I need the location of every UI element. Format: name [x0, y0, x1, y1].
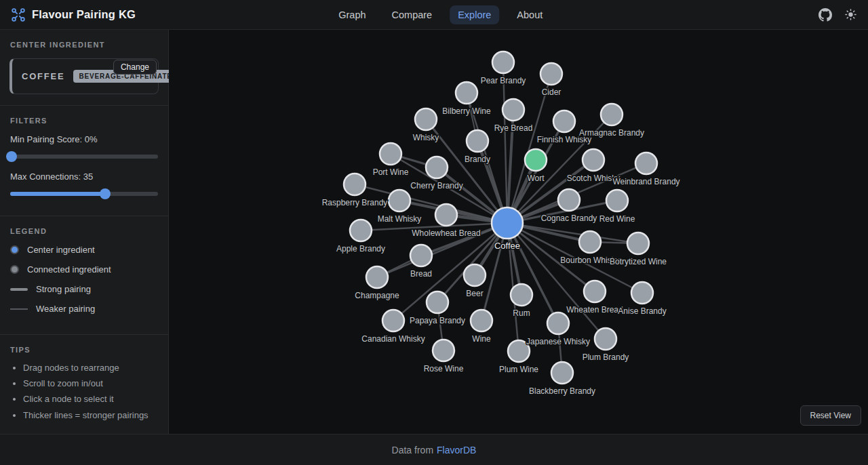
- min-pairing-score-slider[interactable]: [10, 151, 158, 162]
- filters-heading: FILTERS: [10, 117, 159, 125]
- graph-node-port-wine[interactable]: [380, 143, 401, 165]
- max-connections-label: Max Connections: 35: [10, 171, 159, 182]
- graph-node-beer[interactable]: [464, 264, 486, 286]
- change-ingredient-button[interactable]: Change: [113, 60, 157, 75]
- graph-node-brandy[interactable]: [467, 130, 488, 152]
- tip-item: Drag nodes to rearrange: [23, 362, 159, 374]
- graph-node-apple-brandy[interactable]: [350, 220, 372, 241]
- graph-node-label-botrytized-wine: Botrytized Wine: [610, 257, 667, 266]
- graph-node-wholewheat-bread[interactable]: [435, 204, 457, 226]
- graph-node-coffee[interactable]: [492, 207, 523, 239]
- graph-node-label-wine: Wine: [472, 334, 491, 344]
- legend-label: Connected ingredient: [27, 264, 111, 275]
- graph-edge-coffee-pear-brandy: [503, 62, 507, 223]
- center-ingredient-card: COFFEE BEVERAGE-CAFFEINATED Change: [9, 58, 159, 94]
- graph-node-label-japanese-whisky: Japanese Whisky: [526, 337, 590, 346]
- center-ingredient-section: CENTER INGREDIENT COFFEE BEVERAGE-CAFFEI…: [0, 30, 168, 106]
- graph-node-label-wholewheat-bread: Wholewheat Bread: [412, 228, 480, 238]
- graph-node-label-brandy: Brandy: [465, 155, 490, 164]
- max-connections-slider[interactable]: [10, 188, 158, 199]
- graph-node-label-red-wine: Red Wine: [599, 214, 635, 224]
- ingredient-name: COFFEE: [22, 71, 65, 81]
- min-pairing-score-label: Min Pairing Score: 0%: [10, 134, 159, 144]
- graph-node-finnish-whisky[interactable]: [553, 110, 575, 132]
- app-root: Flavour Pairing KG Graph Compare Explore…: [0, 0, 868, 465]
- graph-node-label-cider: Cider: [542, 87, 561, 97]
- nav-item-about[interactable]: About: [509, 5, 551, 24]
- app-logo-graph-icon: [11, 7, 26, 22]
- graph-node-pear-brandy[interactable]: [492, 52, 514, 73]
- connected-ingredient-dot-icon: [10, 265, 19, 274]
- slider-track[interactable]: [10, 155, 158, 159]
- legend-label: Center ingredient: [27, 245, 95, 255]
- graph-node-label-rye-bread: Rye Bread: [494, 123, 533, 133]
- graph-node-label-blackberry-brandy: Blackberry Brandy: [529, 386, 595, 396]
- graph-node-label-papaya-brandy: Papaya Brandy: [410, 316, 465, 325]
- graph-node-cherry-brandy[interactable]: [426, 157, 448, 178]
- graph-node-wheaten-bread[interactable]: [584, 281, 606, 302]
- slider-thumb[interactable]: [6, 151, 17, 162]
- pairing-network-canvas[interactable]: CoffeeWortPear BrandyCiderBilberry WineR…: [169, 30, 868, 434]
- graph-node-wine[interactable]: [471, 310, 492, 331]
- legend-item-connected: Connected ingredient: [10, 264, 158, 275]
- graph-node-label-malt-whisky: Malt Whisky: [378, 214, 422, 224]
- graph-node-plum-brandy[interactable]: [595, 328, 616, 350]
- graph-node-bilberry-wine[interactable]: [456, 82, 477, 104]
- center-ingredient-dot-icon: [10, 245, 19, 254]
- nav-item-compare[interactable]: Compare: [384, 5, 441, 24]
- graph-node-bourbon-whisky[interactable]: [579, 231, 601, 253]
- center-ingredient-heading: CENTER INGREDIENT: [10, 41, 159, 49]
- legend-label: Weaker pairing: [36, 304, 95, 314]
- navbar-actions: [818, 8, 857, 22]
- nav-item-explore[interactable]: Explore: [450, 5, 499, 24]
- graph-node-label-pear-brandy: Pear Brandy: [481, 76, 526, 85]
- tip-item: Scroll to zoom in/out: [23, 378, 159, 390]
- flavordb-link[interactable]: FlavorDB: [437, 445, 476, 456]
- graph-node-label-apple-brandy: Apple Brandy: [336, 244, 385, 254]
- graph-node-label-rum: Rum: [513, 308, 530, 318]
- graph-node-bread[interactable]: [410, 245, 432, 266]
- graph-node-scotch-whisky[interactable]: [583, 149, 604, 171]
- tip-item: Thicker lines = stronger pairings: [23, 409, 159, 422]
- app-title: Flavour Pairing KG: [32, 8, 136, 21]
- graph-node-raspberry-brandy[interactable]: [344, 174, 366, 195]
- graph-panel[interactable]: CoffeeWortPear BrandyCiderBilberry WineR…: [169, 30, 868, 434]
- slider-thumb[interactable]: [100, 188, 111, 199]
- legend-section: LEGEND Center ingredient Connected ingre…: [0, 216, 168, 335]
- graph-node-rum[interactable]: [511, 284, 532, 306]
- graph-node-cognac-brandy[interactable]: [558, 189, 580, 211]
- graph-node-label-whisky: Whisky: [413, 133, 439, 142]
- graph-node-japanese-whisky[interactable]: [547, 312, 569, 334]
- navbar: Flavour Pairing KG Graph Compare Explore…: [0, 0, 868, 30]
- tips-list: Drag nodes to rearrange Scroll to zoom i…: [9, 362, 159, 422]
- graph-node-anise-brandy[interactable]: [631, 282, 653, 304]
- footer-text: Data from: [392, 445, 433, 456]
- graph-node-malt-whisky[interactable]: [389, 190, 410, 211]
- graph-node-wort[interactable]: [525, 149, 547, 171]
- graph-node-weinbrand-brandy[interactable]: [635, 153, 657, 174]
- graph-node-red-wine[interactable]: [606, 190, 628, 211]
- graph-node-rye-bread[interactable]: [502, 99, 524, 121]
- slider-track[interactable]: [10, 192, 158, 196]
- graph-node-label-bread: Bread: [410, 269, 432, 279]
- graph-node-label-champagne: Champagne: [355, 291, 399, 300]
- legend-item-weak: Weaker pairing: [10, 304, 158, 314]
- reset-view-button[interactable]: Reset View: [800, 405, 861, 426]
- nav-item-graph[interactable]: Graph: [330, 5, 374, 24]
- graph-node-papaya-brandy[interactable]: [427, 291, 448, 313]
- graph-node-whisky[interactable]: [415, 108, 437, 130]
- filters-section: FILTERS Min Pairing Score: 0% Max Connec…: [0, 106, 168, 216]
- graph-node-cider[interactable]: [540, 63, 562, 85]
- graph-node-rose-wine[interactable]: [433, 340, 454, 361]
- graph-node-label-port-wine: Port Wine: [373, 167, 409, 177]
- graph-node-blackberry-brandy[interactable]: [551, 362, 573, 384]
- github-icon[interactable]: [818, 8, 832, 22]
- graph-node-armagnac-brandy[interactable]: [601, 104, 623, 125]
- graph-node-label-coffee: Coffee: [494, 241, 520, 251]
- theme-toggle-sun-icon[interactable]: [844, 8, 857, 21]
- graph-node-botrytized-wine[interactable]: [627, 232, 649, 254]
- graph-node-champagne[interactable]: [366, 266, 388, 288]
- graph-node-canadian-whisky[interactable]: [382, 310, 404, 331]
- sidebar: CENTER INGREDIENT COFFEE BEVERAGE-CAFFEI…: [0, 30, 169, 434]
- brand: Flavour Pairing KG: [11, 7, 136, 22]
